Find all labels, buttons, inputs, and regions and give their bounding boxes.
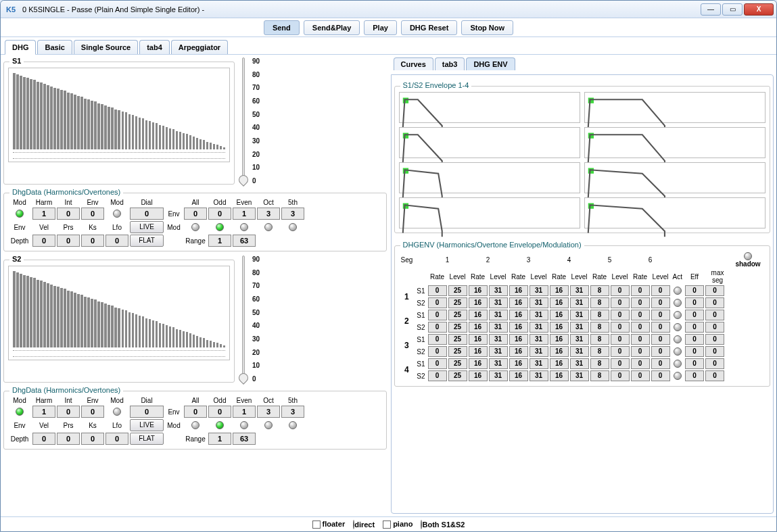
env-value[interactable]: 16 [469, 358, 488, 369]
harmonic-bar[interactable] [33, 278, 36, 347]
harmonic-bar[interactable] [189, 333, 192, 347]
env-value[interactable]: 31 [489, 297, 508, 308]
harmonic-bar[interactable] [74, 95, 76, 149]
live-button[interactable]: LIVE [130, 419, 164, 431]
act-led[interactable] [674, 360, 682, 368]
harmonic-bar[interactable] [80, 295, 83, 347]
harmonic-bar[interactable] [210, 341, 212, 347]
harmonic-bar[interactable] [40, 281, 43, 347]
harmonic-bar[interactable] [97, 103, 100, 149]
minimize-button[interactable]: — [701, 3, 721, 16]
harmonic-bar[interactable] [189, 135, 192, 149]
harmonic-bar[interactable] [70, 291, 73, 347]
env-value[interactable]: 0 [631, 310, 650, 320]
env-value[interactable]: 16 [469, 370, 488, 381]
floater-checkbox[interactable] [312, 521, 321, 529]
env-value[interactable]: 8 [590, 310, 609, 320]
harmonic-bar[interactable] [60, 90, 63, 149]
value-box[interactable]: 0 [105, 433, 128, 445]
led-indicator[interactable] [113, 210, 121, 218]
harmonic-bar[interactable] [193, 335, 195, 347]
envelope-thumbnail[interactable] [584, 197, 766, 228]
eff-value[interactable]: 0 [685, 285, 704, 296]
harmonic-bar[interactable] [26, 276, 29, 347]
env-value[interactable]: 31 [570, 358, 589, 369]
harmonic-bar[interactable] [101, 104, 103, 149]
harmonic-bar[interactable] [223, 345, 226, 347]
harmonic-bar[interactable] [122, 112, 124, 149]
harmonic-bar[interactable] [57, 89, 60, 149]
subtab-curves[interactable]: Curves [394, 57, 433, 70]
harmonic-bar[interactable] [142, 316, 145, 347]
env-value[interactable]: 31 [570, 322, 589, 333]
harmonic-bar[interactable] [64, 289, 66, 347]
harmonic-bar[interactable] [159, 125, 162, 149]
maximize-button[interactable]: ▭ [722, 3, 743, 16]
eff-value[interactable]: 0 [685, 370, 704, 381]
env-value[interactable]: 25 [448, 322, 467, 333]
harmonic-bar[interactable] [67, 93, 70, 149]
harmonic-bar[interactable] [125, 112, 128, 149]
harmonic-bar[interactable] [122, 310, 124, 347]
harmonic-bar[interactable] [199, 337, 202, 347]
close-button[interactable]: X [744, 3, 774, 16]
harmonic-bar[interactable] [91, 299, 93, 347]
s2-harmonic-chart[interactable] [8, 266, 230, 360]
env-value[interactable]: 0 [651, 285, 670, 296]
harmonic-bar[interactable] [186, 134, 189, 149]
value-box[interactable]: 1 [233, 406, 256, 418]
env-value[interactable]: 31 [529, 370, 548, 381]
env-value[interactable]: 31 [529, 297, 548, 308]
value-box[interactable]: 0 [32, 433, 55, 445]
env-value[interactable]: 0 [611, 370, 630, 381]
harmonic-bar[interactable] [77, 294, 80, 347]
harmonic-bar[interactable] [94, 101, 97, 149]
env-value[interactable]: 8 [590, 285, 609, 296]
harmonic-bar[interactable] [37, 280, 39, 347]
harmonic-bar[interactable] [30, 79, 32, 149]
env-value[interactable]: 16 [509, 285, 528, 296]
harmonic-bar[interactable] [135, 116, 138, 149]
value-box[interactable]: 1 [32, 208, 55, 220]
env-value[interactable]: 25 [448, 346, 467, 357]
env-value[interactable]: 31 [489, 310, 508, 320]
env-value[interactable]: 0 [611, 346, 630, 357]
value-box[interactable]: 63 [233, 235, 256, 247]
env-value[interactable]: 25 [448, 310, 467, 320]
env-value[interactable]: 31 [489, 370, 508, 381]
value-box[interactable]: 0 [32, 235, 55, 247]
harmonic-bar[interactable] [87, 297, 90, 347]
env-value[interactable]: 16 [550, 285, 569, 296]
env-value[interactable]: 16 [550, 297, 569, 308]
env-value[interactable]: 0 [651, 346, 670, 357]
envelope-thumbnail[interactable] [584, 162, 766, 193]
value-box[interactable]: 0 [184, 406, 207, 418]
harmonic-bar[interactable] [67, 291, 70, 347]
harmonic-bar[interactable] [128, 312, 131, 347]
harmonic-bar[interactable] [13, 271, 16, 347]
maxseg-value[interactable]: 0 [705, 334, 724, 345]
env-value[interactable]: 16 [469, 322, 488, 333]
env-value[interactable]: 31 [529, 285, 548, 296]
harmonic-bar[interactable] [47, 85, 49, 149]
value-box[interactable]: 0 [57, 235, 80, 247]
env-value[interactable]: 0 [631, 370, 650, 381]
value-box[interactable]: 0 [57, 208, 80, 220]
harmonic-bar[interactable] [50, 87, 53, 149]
harmonic-bar[interactable] [152, 320, 155, 347]
env-value[interactable]: 0 [428, 310, 447, 320]
env-value[interactable]: 0 [651, 370, 670, 381]
harmonic-bar[interactable] [80, 97, 83, 149]
env-value[interactable]: 8 [590, 334, 609, 345]
env-value[interactable]: 8 [590, 358, 609, 369]
harmonic-bar[interactable] [179, 330, 182, 347]
env-value[interactable]: 16 [509, 358, 528, 369]
env-value[interactable]: 0 [611, 322, 630, 333]
eff-value[interactable]: 0 [685, 346, 704, 357]
eff-value[interactable]: 0 [685, 334, 704, 345]
harmonic-bar[interactable] [139, 118, 141, 149]
env-value[interactable]: 31 [489, 346, 508, 357]
harmonic-bar[interactable] [33, 80, 36, 149]
harmonic-bar[interactable] [104, 105, 107, 149]
envelope-thumbnail[interactable] [399, 92, 580, 123]
